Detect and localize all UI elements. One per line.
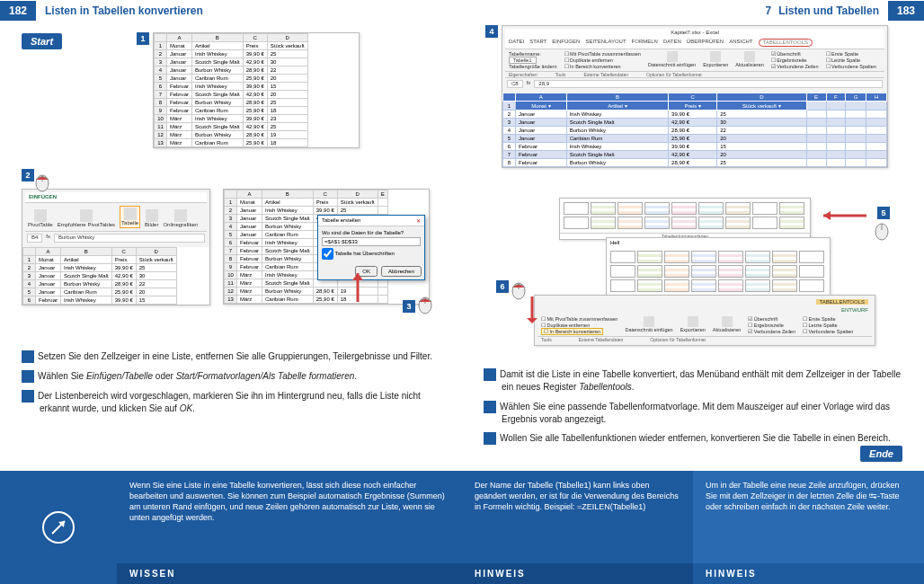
excel-table-blue: ABCDEFGH1Monat ▾Artikel ▾Preis ▾Stück ve… [502, 93, 887, 167]
footer-left: Wenn Sie eine Liste in eine Tabelle konv… [0, 471, 462, 584]
mouse-icon [417, 293, 433, 314]
step-6: 6Wollen Sie alle Tabellenfunktionen wied… [484, 432, 902, 445]
resize-table: Tabellengröße ändern [509, 64, 557, 69]
screenshot-3: ABCDE1MonatArtikelPreisStück verkauft2Ja… [223, 189, 430, 305]
footer-right: Der Name der Tabelle (Tabelle1) kann lin… [462, 471, 924, 584]
page-title-right: Listen und Tabellen [778, 4, 888, 17]
dialog-question: Wo sind die Daten für die Tabelle? [322, 230, 421, 235]
callout-2: 2 [22, 169, 34, 181]
content-right: Kapitel7.xlsx - Excel DATEISTARTEINFÜGEN… [462, 22, 924, 471]
mouse-icon [874, 219, 890, 241]
hinweis1-text: Der Name der Tabelle (Tabelle1) kann lin… [462, 471, 693, 563]
hinweis2-box: Um in der Tabelle eine neue Zeile anzufü… [693, 471, 924, 584]
step-2: 2Wählen Sie Einfügen/Tabelle oder Start/… [22, 370, 440, 383]
convert-to-range[interactable]: In Bereich konvertieren [550, 329, 601, 334]
ribbon-insert: EINFÜGEN PivotTable Empfohlene PivotTabl… [22, 190, 209, 247]
formula-bar: 28,9 [534, 80, 883, 88]
page-title-left: Listen in Tabellen konvertieren [36, 4, 203, 17]
tabletools-tab: TABELLENTOOLS [816, 299, 868, 305]
svg-marker-16 [527, 318, 538, 323]
chapter-number: 7 [765, 4, 778, 17]
ribbon-item-table: Tabelle [121, 220, 138, 226]
mouse-icon [34, 171, 50, 192]
callout-1: 1 [137, 32, 149, 45]
titlebar: Kapitel7.xlsx - Excel [505, 29, 884, 37]
step-4: 4Damit ist die Liste in eine Tabelle kon… [484, 368, 902, 394]
excel-table-2: ABCD1MonatArtikelPreisStück verkauft2Jan… [22, 247, 177, 305]
dialog-create-table: Tabelle erstellen✕ Wo sind die Daten für… [317, 215, 425, 280]
step-3: 3Der Listenbereich wird vorgeschlagen, m… [22, 390, 440, 415]
screenshot-5-gallery: Tabellenformatvorlagen [559, 198, 811, 240]
hinweis2-label: HINWEIS [693, 563, 924, 584]
footer-icon-box [0, 471, 117, 584]
svg-marker-12 [823, 211, 831, 220]
screenshot-1: ABCD1MonatArtikelPreisStück verkauft2Jan… [153, 32, 360, 148]
formula-bar: Burbon Whisky [54, 234, 205, 242]
step-1: 1Setzen Sie den Zellzeiger in eine Liste… [22, 350, 440, 363]
wissen-label: WISSEN [117, 563, 462, 584]
name-box: C8 [507, 80, 523, 88]
dialog-checkbox[interactable] [322, 248, 333, 260]
header-right: 7 Listen und Tabellen 183 [462, 0, 924, 22]
callout-4: 4 [485, 25, 498, 38]
mouse-icon [511, 279, 527, 300]
content-left: Start ABCD1MonatArtikelPreisStück verkau… [0, 22, 462, 471]
ribbon-tab-insert: EINFÜGEN [29, 194, 57, 200]
step-5: 5Wählen Sie eine passende Tabellenformat… [484, 401, 902, 426]
screenshot-2: EINFÜGEN PivotTable Empfohlene PivotTabl… [22, 189, 210, 305]
ribbon-item: Bilder [145, 222, 158, 227]
page-right: 7 Listen und Tabellen 183 Kapitel7.xlsx … [462, 0, 924, 584]
screenshot-6: TABELLENTOOLS ENTWURF ☐ Mit PivotTable z… [534, 295, 875, 346]
page-number-left: 182 [0, 1, 36, 21]
header-left: 182 Listen in Tabellen konvertieren [0, 0, 462, 22]
hinweis2-text: Um in der Tabelle eine neue Zeile anzufü… [693, 471, 924, 563]
cancel-button[interactable]: Abbrechen [381, 266, 422, 277]
start-badge: Start [22, 33, 62, 49]
wissen-text: Wenn Sie eine Liste in eine Tabelle konv… [117, 471, 462, 563]
hinweis1-box: Der Name der Tabelle (Tabelle1) kann lin… [462, 471, 693, 584]
steps-left: 1Setzen Sie den Zellzeiger in eine Liste… [22, 343, 440, 422]
page-number-right: 183 [888, 1, 924, 21]
screenshot-4: Kapitel7.xlsx - Excel DATEISTARTEINFÜGEN… [502, 25, 888, 168]
ribbon-convert: TABELLENTOOLS ENTWURF ☐ Mit PivotTable z… [535, 296, 875, 345]
callout-6: 6 [496, 280, 509, 293]
entwurf-tab: ENTWURF [538, 306, 872, 314]
dialog-title: Tabelle erstellen [322, 217, 360, 224]
callout-3: 3 [403, 300, 415, 313]
screenshot-5b-gallery: Hell [606, 237, 831, 296]
arrow-circle-icon [40, 509, 76, 545]
excel-table-1: ABCD1MonatArtikelPreisStück verkauft2Jan… [154, 33, 308, 147]
style-gallery-2 [607, 247, 830, 296]
ribbon-item: Empfohlene PivotTables [58, 222, 115, 227]
dialog-range-input[interactable]: =$A$1:$D$33 [322, 237, 421, 246]
ribbon-item: PivotTable [28, 222, 53, 227]
svg-marker-3 [352, 273, 363, 280]
style-gallery [560, 199, 810, 233]
close-icon: ✕ [416, 217, 421, 224]
hinweis1-label: HINWEIS [462, 563, 693, 584]
callout-5: 5 [877, 207, 890, 219]
steps-right: 4Damit ist die Liste in eine Tabelle kon… [484, 361, 902, 452]
ribbon-tabletools: Kapitel7.xlsx - Excel DATEISTARTEINFÜGEN… [502, 26, 887, 93]
ende-badge: Ende [860, 446, 902, 462]
gallery-section-label: Hell [607, 238, 830, 247]
arrow-icon [816, 210, 870, 221]
arrow-icon [352, 273, 363, 309]
ribbon-item: Onlinegrafiken [163, 222, 198, 227]
page-left: 182 Listen in Tabellen konvertieren Star… [0, 0, 462, 584]
arrow-icon [527, 296, 538, 323]
wissen-box: Wenn Sie eine Liste in eine Tabelle konv… [117, 471, 462, 584]
dialog-checkbox-label: Tabelle hat Überschriften [335, 251, 395, 256]
name-box: B4 [27, 234, 42, 242]
